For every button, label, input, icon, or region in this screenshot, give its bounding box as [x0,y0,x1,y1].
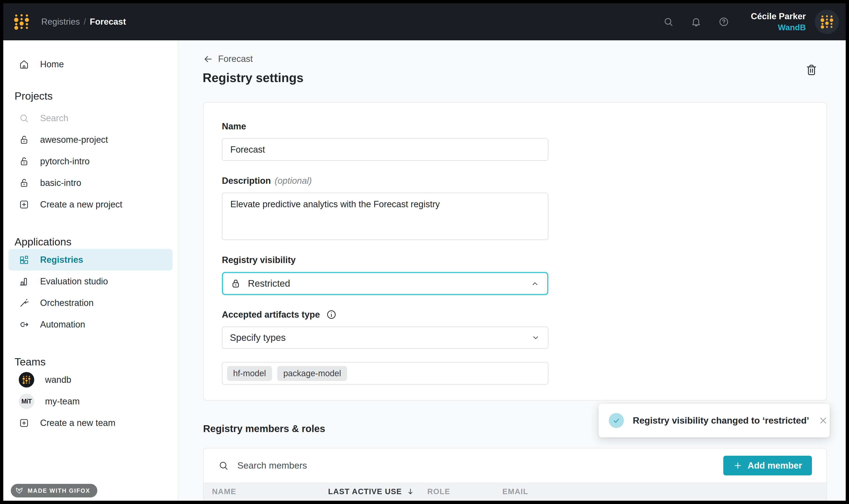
sidebar-item-create-team[interactable]: Create a new team [3,412,178,434]
bar-chart-icon [19,276,29,287]
sidebar-heading-applications: Applications [3,235,178,249]
artifact-types-select[interactable]: Specify types [222,326,548,349]
column-role[interactable]: ROLE [427,487,502,496]
sidebar-item-automation[interactable]: Automation [3,314,178,335]
close-icon [818,415,828,426]
sidebar-item-home[interactable]: Home [3,53,178,75]
name-label: Name [222,121,808,132]
plus-square-icon [19,418,29,428]
description-textarea[interactable]: Elevate predictive analytics with the Fo… [222,193,548,240]
home-icon [19,59,29,70]
sidebar-item-team-wandb[interactable]: wandb [3,369,178,391]
wandb-logo-icon[interactable] [14,14,29,30]
sidebar-heading-teams: Teams [3,355,178,369]
visibility-value: Restricted [248,278,290,289]
team-label: wandb [45,375,71,385]
arrow-left-icon [203,54,213,64]
members-toolbar: Search members Add member [204,448,827,483]
sidebar-item-basic-intro[interactable]: basic-intro [3,172,178,194]
artifacts-label: Accepted artifacts type [222,309,808,320]
search-icon[interactable] [655,8,682,36]
breadcrumb-registries-link[interactable]: Registries [41,17,80,27]
members-table-header: NAME LAST ACTIVE USE ROLE EMAIL [204,483,827,501]
user-org: WandB [778,23,806,32]
success-check-icon [609,413,624,428]
back-label: Forecast [218,54,253,64]
column-name[interactable]: NAME [212,487,328,496]
wandb-team-avatar [19,372,34,388]
app-window: Registries / Forecast Cécile Parker Wand… [3,3,846,501]
visibility-label: Registry visibility [222,255,808,265]
registry-settings-card: Name Description (optional) Elevate pred… [203,102,827,401]
sidebar-item-team-my-team[interactable]: MiT my-team [3,391,178,412]
search-icon [19,113,29,124]
top-navigation-bar: Registries / Forecast Cécile Parker Wand… [3,3,846,40]
app-label: Registries [40,255,83,265]
project-label: basic-intro [40,178,81,188]
add-member-button[interactable]: Add member [723,456,812,475]
lock-open-icon [19,178,29,188]
fox-icon [15,486,24,495]
breadcrumb-separator: / [84,17,86,27]
gifox-label: MADE WITH GIFOX [28,487,90,494]
info-icon[interactable] [326,309,337,320]
toast-close-button[interactable] [818,415,828,426]
app-label: Automation [40,320,85,329]
team-label: my-team [45,396,80,407]
breadcrumb-current: Forecast [90,17,126,27]
column-last-active[interactable]: LAST ACTIVE USE [328,487,427,496]
search-placeholder: Search [40,113,68,123]
user-name: Cécile Parker [751,12,806,21]
project-label: pytorch-intro [40,156,90,166]
notifications-bell-icon[interactable] [682,8,710,36]
members-search-input[interactable]: Search members [218,460,723,471]
name-input[interactable] [222,138,548,161]
sidebar-project-search[interactable]: Search [3,107,178,129]
made-with-gifox-badge: MADE WITH GIFOX [11,484,97,498]
chevron-up-icon [530,279,540,288]
sidebar-item-pytorch-intro[interactable]: pytorch-intro [3,150,178,172]
sidebar-item-registries[interactable]: Registries [8,249,173,271]
sidebar-item-awesome-project[interactable]: awesome-project [3,129,178,150]
artifact-tag[interactable]: package-model [277,366,347,381]
create-team-label: Create a new team [40,418,116,428]
user-info: Cécile Parker WandB [751,12,806,32]
user-avatar[interactable] [815,10,839,34]
sort-descending-icon [406,487,415,496]
help-icon[interactable] [710,8,738,36]
toast-message: Registry visibility changed to ‘restrict… [633,415,809,426]
members-card: Search members Add member NAME LAST ACTI… [203,448,827,501]
column-email[interactable]: EMAIL [502,487,528,496]
my-team-avatar: MiT [19,394,34,409]
optional-hint: (optional) [275,175,312,186]
artifact-types-value: Specify types [230,332,286,343]
back-to-forecast[interactable]: Forecast [203,54,253,64]
plus-square-icon [19,199,29,210]
artifact-tag[interactable]: hf-model [227,366,272,381]
plus-icon [733,461,743,470]
lock-open-icon [19,156,29,167]
project-label: awesome-project [40,135,108,145]
sidebar: Home Projects Search awesome-project pyt… [3,40,178,501]
page-title: Registry settings [202,71,846,85]
lock-closed-icon [231,278,241,289]
chevron-down-icon [531,333,541,342]
delete-registry-button[interactable] [805,63,818,76]
members-search-placeholder: Search members [237,461,307,471]
app-label: Evaluation studio [40,276,108,286]
topbar-actions: Cécile Parker WandB [655,8,839,36]
sidebar-item-orchestration[interactable]: Orchestration [3,292,178,314]
create-project-label: Create a new project [40,199,122,210]
sidebar-item-label: Home [40,59,64,69]
magic-wand-icon [19,298,29,308]
trash-icon [805,63,818,76]
sidebar-item-evaluation-studio[interactable]: Evaluation studio [3,271,178,292]
sidebar-item-create-project[interactable]: Create a new project [3,194,178,215]
artifact-tags-input[interactable]: hf-model package-model [222,362,548,385]
lock-open-icon [19,134,29,145]
toast-notification: Registry visibility changed to ‘restrict… [599,404,830,437]
visibility-select[interactable]: Restricted [222,272,548,295]
breadcrumb: Registries / Forecast [41,17,126,27]
app-label: Orchestration [40,298,93,308]
automation-link-icon [19,319,29,330]
